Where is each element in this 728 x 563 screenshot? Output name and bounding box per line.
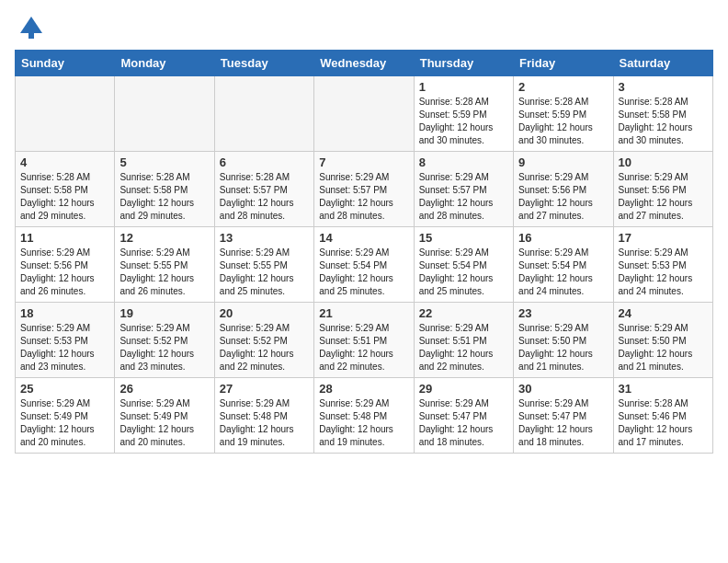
calendar-day [214,76,313,152]
calendar-day: 14Sunrise: 5:29 AM Sunset: 5:54 PM Dayli… [314,227,414,303]
calendar-day: 8Sunrise: 5:29 AM Sunset: 5:57 PM Daylig… [414,152,513,227]
calendar-week-row: 18Sunrise: 5:29 AM Sunset: 5:53 PM Dayli… [16,303,713,378]
calendar-day: 11Sunrise: 5:29 AM Sunset: 5:56 PM Dayli… [16,227,115,303]
calendar-day [115,76,214,152]
day-info: Sunrise: 5:29 AM Sunset: 5:52 PM Dayligh… [119,322,209,373]
calendar-header-wednesday: Wednesday [314,51,414,76]
calendar-day: 6Sunrise: 5:28 AM Sunset: 5:57 PM Daylig… [214,152,313,227]
calendar-day [16,76,115,152]
day-number: 22 [419,306,508,320]
day-info: Sunrise: 5:29 AM Sunset: 5:56 PM Dayligh… [20,247,109,298]
calendar-day: 4Sunrise: 5:28 AM Sunset: 5:58 PM Daylig… [16,152,115,227]
day-info: Sunrise: 5:29 AM Sunset: 5:49 PM Dayligh… [119,397,209,449]
calendar-day: 21Sunrise: 5:29 AM Sunset: 5:51 PM Dayli… [314,303,414,378]
calendar-day: 17Sunrise: 5:29 AM Sunset: 5:53 PM Dayli… [613,227,712,303]
day-info: Sunrise: 5:29 AM Sunset: 5:51 PM Dayligh… [319,322,408,373]
day-info: Sunrise: 5:29 AM Sunset: 5:49 PM Dayligh… [20,397,109,449]
calendar-table: SundayMondayTuesdayWednesdayThursdayFrid… [15,50,713,454]
day-number: 16 [518,231,608,245]
day-info: Sunrise: 5:28 AM Sunset: 5:59 PM Dayligh… [518,96,608,147]
day-number: 19 [119,306,209,320]
day-number: 9 [518,155,608,169]
calendar-day: 2Sunrise: 5:28 AM Sunset: 5:59 PM Daylig… [514,76,613,152]
logo [15,15,44,40]
day-number: 27 [220,382,309,396]
calendar-day: 30Sunrise: 5:29 AM Sunset: 5:47 PM Dayli… [514,378,613,454]
day-number: 26 [119,382,209,396]
calendar-day: 7Sunrise: 5:29 AM Sunset: 5:57 PM Daylig… [314,152,414,227]
day-number: 21 [319,306,408,320]
day-number: 23 [518,306,608,320]
day-info: Sunrise: 5:29 AM Sunset: 5:57 PM Dayligh… [419,171,508,223]
calendar-header-friday: Friday [514,51,613,76]
calendar-week-row: 4Sunrise: 5:28 AM Sunset: 5:58 PM Daylig… [16,152,713,227]
calendar-header-tuesday: Tuesday [214,51,313,76]
calendar-header-saturday: Saturday [613,51,712,76]
calendar-day: 10Sunrise: 5:29 AM Sunset: 5:56 PM Dayli… [613,152,712,227]
day-info: Sunrise: 5:29 AM Sunset: 5:53 PM Dayligh… [20,322,109,373]
calendar-day: 29Sunrise: 5:29 AM Sunset: 5:47 PM Dayli… [414,378,513,454]
svg-marker-0 [20,17,42,33]
calendar-week-row: 11Sunrise: 5:29 AM Sunset: 5:56 PM Dayli… [16,227,713,303]
day-info: Sunrise: 5:28 AM Sunset: 5:58 PM Dayligh… [20,171,109,223]
day-number: 1 [419,80,508,94]
day-number: 25 [20,382,109,396]
day-info: Sunrise: 5:29 AM Sunset: 5:57 PM Dayligh… [319,171,408,223]
day-number: 5 [119,155,209,169]
day-number: 31 [619,382,708,396]
day-info: Sunrise: 5:29 AM Sunset: 5:54 PM Dayligh… [319,247,408,298]
day-number: 10 [619,155,708,169]
day-info: Sunrise: 5:28 AM Sunset: 5:58 PM Dayligh… [119,171,209,223]
day-number: 3 [619,80,708,94]
day-number: 18 [20,306,109,320]
day-number: 4 [20,155,109,169]
day-number: 8 [419,155,508,169]
day-number: 29 [419,382,508,396]
calendar-day: 16Sunrise: 5:29 AM Sunset: 5:54 PM Dayli… [514,227,613,303]
calendar-day: 22Sunrise: 5:29 AM Sunset: 5:51 PM Dayli… [414,303,513,378]
calendar-day: 1Sunrise: 5:28 AM Sunset: 5:59 PM Daylig… [414,76,513,152]
svg-rect-1 [28,33,34,39]
day-number: 11 [20,231,109,245]
calendar-week-row: 1Sunrise: 5:28 AM Sunset: 5:59 PM Daylig… [16,76,713,152]
calendar-day: 3Sunrise: 5:28 AM Sunset: 5:58 PM Daylig… [613,76,712,152]
day-number: 24 [619,306,708,320]
logo-icon [18,15,44,40]
day-info: Sunrise: 5:28 AM Sunset: 5:46 PM Dayligh… [619,397,708,449]
calendar-day: 26Sunrise: 5:29 AM Sunset: 5:49 PM Dayli… [115,378,214,454]
calendar-header-sunday: Sunday [16,51,115,76]
day-number: 13 [220,231,309,245]
day-number: 30 [518,382,608,396]
calendar-week-row: 25Sunrise: 5:29 AM Sunset: 5:49 PM Dayli… [16,378,713,454]
day-info: Sunrise: 5:29 AM Sunset: 5:56 PM Dayligh… [518,171,608,223]
day-info: Sunrise: 5:29 AM Sunset: 5:48 PM Dayligh… [319,397,408,449]
day-info: Sunrise: 5:29 AM Sunset: 5:55 PM Dayligh… [220,247,309,298]
day-number: 12 [119,231,209,245]
day-number: 20 [220,306,309,320]
day-info: Sunrise: 5:28 AM Sunset: 5:58 PM Dayligh… [619,96,708,147]
day-info: Sunrise: 5:29 AM Sunset: 5:47 PM Dayligh… [518,397,608,449]
calendar-day: 13Sunrise: 5:29 AM Sunset: 5:55 PM Dayli… [214,227,313,303]
day-info: Sunrise: 5:29 AM Sunset: 5:48 PM Dayligh… [220,397,309,449]
calendar-header-thursday: Thursday [414,51,513,76]
page-header [15,15,713,40]
day-info: Sunrise: 5:29 AM Sunset: 5:47 PM Dayligh… [419,397,508,449]
calendar-day: 28Sunrise: 5:29 AM Sunset: 5:48 PM Dayli… [314,378,414,454]
day-info: Sunrise: 5:28 AM Sunset: 5:59 PM Dayligh… [419,96,508,147]
day-info: Sunrise: 5:29 AM Sunset: 5:52 PM Dayligh… [220,322,309,373]
day-info: Sunrise: 5:29 AM Sunset: 5:50 PM Dayligh… [518,322,608,373]
calendar-day: 5Sunrise: 5:28 AM Sunset: 5:58 PM Daylig… [115,152,214,227]
calendar-day: 31Sunrise: 5:28 AM Sunset: 5:46 PM Dayli… [613,378,712,454]
calendar-day: 20Sunrise: 5:29 AM Sunset: 5:52 PM Dayli… [214,303,313,378]
day-info: Sunrise: 5:29 AM Sunset: 5:50 PM Dayligh… [619,322,708,373]
calendar-day [314,76,414,152]
calendar-day: 24Sunrise: 5:29 AM Sunset: 5:50 PM Dayli… [613,303,712,378]
calendar-day: 12Sunrise: 5:29 AM Sunset: 5:55 PM Dayli… [115,227,214,303]
day-info: Sunrise: 5:29 AM Sunset: 5:54 PM Dayligh… [518,247,608,298]
day-number: 2 [518,80,608,94]
day-number: 14 [319,231,408,245]
day-number: 17 [619,231,708,245]
calendar-header-row: SundayMondayTuesdayWednesdayThursdayFrid… [16,51,713,76]
calendar-day: 25Sunrise: 5:29 AM Sunset: 5:49 PM Dayli… [16,378,115,454]
calendar-day: 23Sunrise: 5:29 AM Sunset: 5:50 PM Dayli… [514,303,613,378]
